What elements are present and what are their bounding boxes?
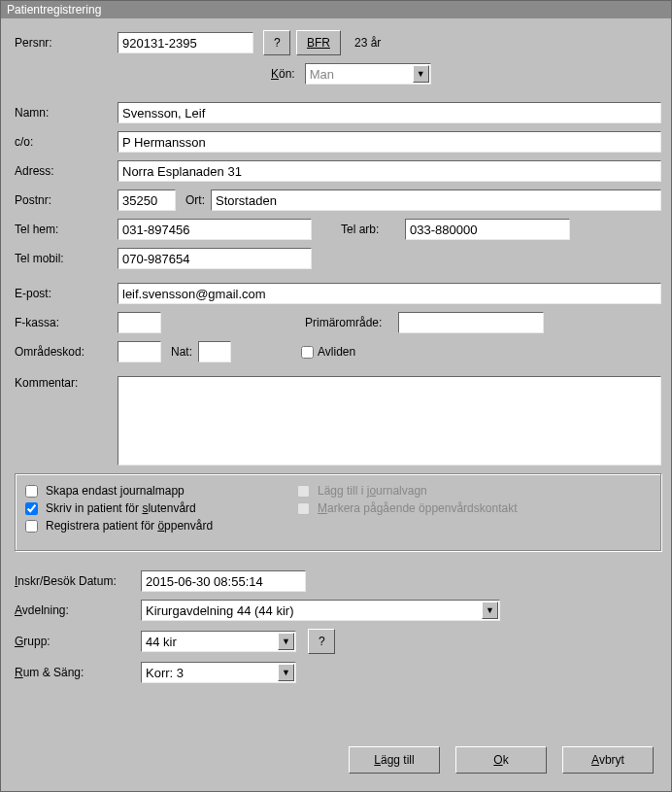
primar-label: Primärområde: <box>305 316 392 329</box>
rum-label: Rum & Säng: <box>15 666 141 679</box>
window-title: Patientregistrering <box>1 1 671 18</box>
ort-label: Ort: <box>185 193 205 207</box>
rum-select[interactable]: Korr: 3 ▼ <box>141 662 296 683</box>
avliden-label: Avliden <box>318 345 355 359</box>
markera-label: Markera pågående öppenvårdskontakt <box>318 501 517 515</box>
postnr-label: Postnr: <box>15 193 118 207</box>
age-text: 23 år <box>354 36 381 50</box>
email-label: E-post: <box>15 287 118 300</box>
oppenvard-checkbox[interactable] <box>25 520 38 533</box>
grupp-select[interactable]: 44 kir ▼ <box>141 631 296 652</box>
form-content: Persnr: ? BFR 23 år Kön: Man ▼ Namn: c/o… <box>1 18 671 733</box>
add-button[interactable]: Lägg till <box>349 746 440 774</box>
avdelning-label: Avdelning: <box>15 603 141 617</box>
name-label: Namn: <box>15 106 118 120</box>
comment-label: Kommentar: <box>15 376 118 390</box>
fkassa-label: F-kassa: <box>15 316 118 329</box>
gender-label: Kön: <box>271 67 295 81</box>
telarb-input[interactable] <box>405 219 570 240</box>
name-input[interactable] <box>118 102 661 123</box>
omrade-label: Områdeskod: <box>15 345 118 359</box>
inskr-datum-input[interactable] <box>141 570 306 592</box>
nat-input[interactable] <box>198 341 231 362</box>
journalvagn-checkbox <box>297 485 310 498</box>
postnr-input[interactable] <box>118 189 176 211</box>
oppenvard-label: Registrera patient för öppenvård <box>46 519 213 533</box>
slutenvard-checkbox[interactable] <box>25 502 38 515</box>
persnr-label: Persnr: <box>15 36 118 50</box>
address-input[interactable] <box>118 160 661 182</box>
co-label: c/o: <box>15 135 118 149</box>
telmobil-input[interactable] <box>118 248 312 269</box>
ok-button[interactable]: Ok <box>455 746 547 774</box>
nat-label: Nat: <box>171 345 192 359</box>
avliden-checkbox[interactable] <box>301 346 314 359</box>
telmobil-label: Tel mobil: <box>15 252 118 265</box>
chevron-down-icon[interactable]: ▼ <box>482 602 498 619</box>
markera-checkbox <box>297 502 310 515</box>
chevron-down-icon[interactable]: ▼ <box>278 633 294 650</box>
chevron-down-icon[interactable]: ▼ <box>278 664 294 681</box>
avdelning-select[interactable]: Kirurgavdelning 44 (44 kir) ▼ <box>141 600 500 621</box>
omrade-input[interactable] <box>118 341 161 362</box>
inskr-datum-label: Inskr/Besök Datum: <box>15 574 141 588</box>
gender-select: Man ▼ <box>305 63 431 85</box>
skapa-journalmapp-label: Skapa endast journalmapp <box>46 484 185 498</box>
persnr-input[interactable] <box>118 32 253 53</box>
journalvagn-label: Lägg till i journalvagn <box>318 484 427 498</box>
dialog-footer: Lägg till Ok Avbryt <box>1 733 671 791</box>
slutenvard-label: Skriv in patient för slutenvård <box>46 501 196 515</box>
telhem-input[interactable] <box>118 219 312 240</box>
ort-input[interactable] <box>211 189 661 211</box>
grupp-help-button[interactable]: ? <box>308 629 335 654</box>
fkassa-input[interactable] <box>118 312 161 333</box>
options-group: Skapa endast journalmapp Skriv in patien… <box>15 473 661 551</box>
skapa-journalmapp-checkbox[interactable] <box>25 485 38 498</box>
comment-textarea[interactable] <box>118 376 661 465</box>
bfr-button[interactable]: BFR <box>296 30 341 55</box>
email-input[interactable] <box>118 283 661 304</box>
grupp-label: Grupp: <box>15 635 141 648</box>
patient-registration-window: Patientregistrering Persnr: ? BFR 23 år … <box>0 0 672 792</box>
primar-input[interactable] <box>398 312 544 333</box>
chevron-down-icon: ▼ <box>413 65 429 83</box>
cancel-button[interactable]: Avbryt <box>562 746 654 774</box>
telarb-label: Tel arb: <box>341 223 399 236</box>
co-input[interactable] <box>118 131 661 153</box>
telhem-label: Tel hem: <box>15 223 118 236</box>
persnr-help-button[interactable]: ? <box>263 30 290 55</box>
address-label: Adress: <box>15 164 118 178</box>
